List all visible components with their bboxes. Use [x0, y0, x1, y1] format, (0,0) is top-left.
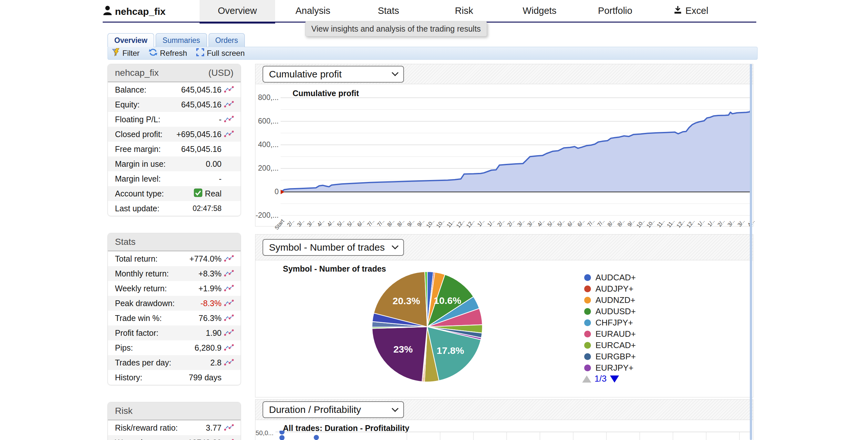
duration-profitability-section: Duration / Profitability All trades: Dur… — [255, 399, 753, 440]
row-label: Margin in use: — [115, 159, 166, 169]
sparkline-icon[interactable] — [221, 299, 237, 307]
nav-tab-overview[interactable]: Overview — [199, 0, 275, 22]
subtab-overview[interactable]: Overview — [107, 33, 154, 47]
row-value-text: 02:47:58 — [192, 204, 221, 213]
x-tick-label: 10.. — [435, 218, 446, 229]
x-tick-label: 11.. — [665, 218, 676, 229]
stats-row: Profit factor:1.90 — [108, 326, 241, 340]
app-page: nehcap_fix OverviewAnalysisStatsRiskWidg… — [0, 0, 868, 440]
legend-label: EURAUD+ — [595, 329, 636, 339]
sparkline-icon[interactable] — [221, 344, 237, 351]
row-label: Monthly return: — [115, 269, 169, 278]
x-tick-label: 5/.. — [546, 218, 556, 228]
sparkline-icon[interactable] — [221, 270, 237, 277]
sparkline-icon[interactable] — [221, 314, 237, 322]
sparkline-icon[interactable] — [221, 101, 237, 108]
row-value: -12748.80 — [185, 438, 221, 440]
legend-page-down-icon[interactable] — [610, 375, 619, 382]
chart-type-select[interactable]: Cumulative profit — [262, 66, 404, 82]
duration-profitability-chart — [275, 431, 751, 440]
row-value-text: +774.0% — [190, 254, 221, 264]
sparkline-icon[interactable] — [221, 284, 237, 292]
chart-type-select-value: Symbol - Number of trades — [269, 242, 384, 253]
x-tick-label: 12.. — [455, 218, 466, 229]
x-tick-label: 4/.. — [326, 218, 336, 228]
sparkline-icon[interactable] — [221, 329, 237, 337]
sub-tabs: OverviewSummariesOrders — [107, 33, 245, 47]
legend-color-dot — [584, 297, 591, 304]
toolbar-full-screen-button[interactable]: Full screen — [196, 48, 244, 58]
legend-pager: 1/3 — [582, 374, 619, 384]
sparkline-icon[interactable] — [221, 359, 237, 367]
x-tick-label: 2/.. — [286, 218, 296, 228]
nav-tab-portfolio[interactable]: Portfolio — [578, 0, 653, 22]
nav-tooltip: View insights and analysis of the tradin… — [305, 21, 487, 36]
scatter-y-axis-label: 50,0... — [255, 429, 274, 437]
risk-row: Risk/reward ratio:3.77 — [108, 420, 241, 435]
nav-tab-widgets[interactable]: Widgets — [502, 0, 578, 22]
legend-label: EURGBP+ — [595, 351, 636, 362]
nav-tabs: OverviewAnalysisStatsRiskWidgetsPortfoli… — [199, 0, 728, 22]
nav-tab-risk[interactable]: Risk — [426, 0, 502, 22]
account-row: Last update:02:47:58 — [108, 201, 241, 216]
x-tick-label: 1/.. — [476, 218, 486, 228]
row-value-text: +1.9% — [198, 284, 221, 293]
row-value-text: 2.8 — [210, 358, 221, 367]
row-label: Worst day: — [115, 438, 153, 440]
x-tick-label: 3/.. — [526, 218, 536, 228]
chart-type-select[interactable]: Duration / Profitability — [262, 401, 404, 418]
risk-panel: Risk Risk/reward ratio:3.77Worst day:-12… — [107, 402, 241, 440]
risk-row: Worst day:-12748.80 — [108, 435, 241, 440]
chart-type-select[interactable]: Symbol - Number of trades — [262, 239, 404, 256]
account-panel-header: nehcap_fix (USD) — [108, 64, 241, 82]
row-value-text: 0.00 — [206, 159, 221, 169]
row-value-text: 3.77 — [206, 423, 221, 433]
sparkline-icon[interactable] — [221, 424, 237, 432]
row-value: - — [219, 115, 221, 124]
legend-item-eurgbp: EURGBP+ — [584, 351, 636, 362]
row-value: +1.9% — [198, 284, 221, 293]
row-label: Trades per day: — [115, 358, 171, 367]
account-row: Closed profit:+695,045.16 — [108, 127, 241, 142]
x-tick-label: 7/.. — [376, 218, 385, 228]
account-user[interactable]: nehcap_fix — [103, 5, 166, 18]
nav-tab-excel[interactable]: Excel — [653, 0, 728, 22]
x-tick-label: 11.. — [655, 218, 666, 229]
legend-item-audjpy: AUDJPY+ — [584, 283, 636, 295]
symbol-pie-chart[interactable]: 10.6%17.8%23%20.3% — [369, 269, 485, 385]
legend-page-up-icon[interactable] — [582, 375, 591, 382]
vertical-scrollbar[interactable] — [750, 64, 752, 440]
line-chart-title: Cumulative profit — [292, 89, 359, 98]
account-row: Account type:Real — [108, 186, 241, 201]
x-tick-label: 6/.. — [576, 218, 586, 228]
subtab-orders[interactable]: Orders — [209, 33, 245, 47]
row-value: 3.77 — [206, 423, 221, 433]
x-tick-label: 10.. — [425, 218, 436, 229]
toolbar-filter-button[interactable]: Filter — [112, 48, 140, 58]
sparkline-icon[interactable] — [221, 130, 237, 138]
row-value-text: +8.3% — [198, 269, 221, 278]
fullscreen-icon — [196, 48, 205, 58]
sparkline-icon[interactable] — [221, 255, 237, 263]
y-tick-label: -200,... — [255, 211, 279, 220]
nav-tab-analysis[interactable]: Analysis — [275, 0, 351, 22]
legend-label: CHFJPY+ — [595, 318, 633, 328]
stats-panel: Stats Total return:+774.0%Monthly return… — [107, 233, 241, 385]
toolbar-refresh-button[interactable]: Refresh — [149, 48, 187, 59]
x-tick-label: 5/.. — [346, 218, 355, 228]
row-value: 02:47:58 — [192, 204, 221, 213]
pie-legend: AUDCAD+AUDJPY+AUDNZD+AUDUSD+CHFJPY+EURAU… — [584, 272, 636, 374]
row-value-text: 6,280.9 — [195, 343, 221, 352]
x-tick-label: 8/.. — [616, 218, 626, 228]
sparkline-icon[interactable] — [221, 439, 237, 440]
pie-data-label: 20.3% — [393, 296, 420, 306]
y-tick-label: 200,... — [255, 164, 279, 173]
sparkline-icon[interactable] — [221, 86, 237, 94]
row-label: Balance: — [115, 85, 146, 95]
nav-tab-stats[interactable]: Stats — [351, 0, 426, 22]
subtab-summaries[interactable]: Summaries — [156, 33, 207, 47]
x-tick-label: 1/.. — [696, 218, 706, 228]
stats-panel-title: Stats — [115, 237, 135, 247]
sparkline-icon[interactable] — [221, 115, 237, 123]
row-value: 0.00 — [206, 159, 221, 169]
